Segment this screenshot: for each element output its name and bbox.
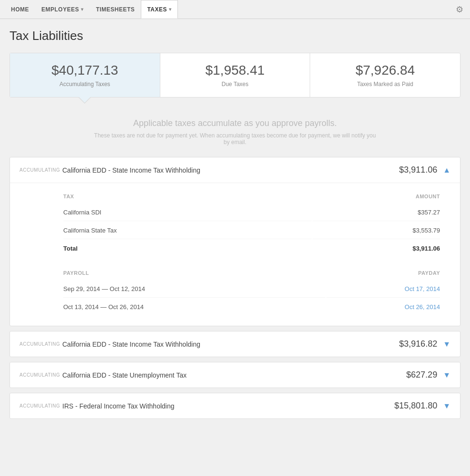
due-label: Due Taxes	[172, 81, 299, 87]
accumulating-label: Accumulating Taxes	[21, 81, 148, 87]
info-description: These taxes are not due for payment yet.…	[92, 132, 378, 146]
tax-status-2: ACCUMULATING	[20, 372, 62, 378]
nav-home[interactable]: HOME	[5, 0, 35, 19]
tax-section-0: ACCUMULATING California EDD - State Inco…	[10, 157, 460, 326]
payroll-row-0: Sep 29, 2014 — Oct 12, 2014 Oct 17, 2014	[63, 281, 440, 298]
tax-amount-1: $3,916.82	[399, 339, 437, 349]
tax-header-1[interactable]: ACCUMULATING California EDD - State Inco…	[10, 331, 460, 357]
nav-items: HOME EMPLOYEES ▾ TIMESHEETS TAXES ▾	[5, 0, 178, 19]
tax-amount-3: $15,801.80	[394, 401, 437, 411]
detail-amount-sdi: $357.27	[313, 204, 440, 221]
settings-button[interactable]: ⚙	[454, 2, 465, 17]
nav-taxes[interactable]: TAXES ▾	[141, 0, 177, 19]
chevron-down-icon-2[interactable]: ▼	[443, 371, 450, 379]
payroll-dates-1: Oct 13, 2014 — Oct 26, 2014	[63, 299, 325, 315]
payroll-table-0: PAYROLL PAYDAY Sep 29, 2014 — Oct 12, 20…	[62, 269, 441, 316]
chevron-up-icon-0[interactable]: ▲	[443, 166, 450, 175]
tax-amount-0: $3,911.06	[399, 165, 437, 175]
info-title: Applicable taxes accumulate as you appro…	[19, 118, 451, 128]
paid-amount: $7,926.84	[322, 63, 449, 78]
accumulating-amount: $40,177.13	[21, 63, 148, 78]
payday-link-0[interactable]: Oct 17, 2014	[326, 281, 440, 298]
chevron-down-icon-3[interactable]: ▼	[443, 402, 450, 410]
col-header-payroll: PAYROLL	[63, 270, 325, 280]
detail-table-0: TAX AMOUNT California SDI $357.27 Califo…	[62, 193, 441, 258]
payroll-row-1: Oct 13, 2014 — Oct 26, 2014 Oct 26, 2014	[63, 299, 440, 315]
tax-name-2: California EDD - State Unemployment Tax	[62, 371, 406, 379]
detail-row-sdi: California SDI $357.27	[63, 204, 440, 221]
detail-amount-state: $3,553.79	[313, 222, 440, 239]
top-nav: HOME EMPLOYEES ▾ TIMESHEETS TAXES ▾ ⚙	[0, 0, 470, 19]
col-header-tax: TAX	[63, 194, 312, 203]
tax-section-1: ACCUMULATING California EDD - State Inco…	[10, 331, 460, 357]
chevron-down-icon-1[interactable]: ▼	[443, 340, 450, 349]
detail-tax-state: California State Tax	[63, 222, 312, 239]
summary-accumulating[interactable]: $40,177.13 Accumulating Taxes	[10, 53, 160, 97]
tax-status-3: ACCUMULATING	[20, 403, 62, 408]
taxes-arrow-icon: ▾	[169, 7, 172, 12]
detail-row-state-tax: California State Tax $3,553.79	[63, 222, 440, 239]
paid-label: Taxes Marked as Paid	[322, 81, 449, 87]
tax-header-2[interactable]: ACCUMULATING California EDD - State Unem…	[10, 362, 460, 388]
tax-expanded-0: TAX AMOUNT California SDI $357.27 Califo…	[10, 183, 460, 326]
nav-employees-label: EMPLOYEES	[41, 6, 79, 13]
summary-card: $40,177.13 Accumulating Taxes $1,958.41 …	[10, 53, 460, 97]
info-box: Applicable taxes accumulate as you appro…	[10, 107, 460, 157]
detail-tax-total: Total	[63, 240, 312, 257]
payroll-dates-0: Sep 29, 2014 — Oct 12, 2014	[63, 281, 325, 298]
tax-header-0[interactable]: ACCUMULATING California EDD - State Inco…	[10, 157, 460, 183]
detail-amount-total: $3,911.06	[313, 240, 440, 257]
due-amount: $1,958.41	[172, 63, 299, 78]
summary-due[interactable]: $1,958.41 Due Taxes	[160, 53, 311, 97]
page-title: Tax Liabilities	[10, 29, 460, 43]
nav-timesheets-label: TIMESHEETS	[96, 6, 135, 13]
col-header-amount: AMOUNT	[313, 194, 440, 203]
summary-paid[interactable]: $7,926.84 Taxes Marked as Paid	[310, 53, 460, 97]
nav-employees[interactable]: EMPLOYEES ▾	[35, 0, 90, 19]
nav-timesheets[interactable]: TIMESHEETS	[90, 0, 141, 19]
tax-name-1: California EDD - State Income Tax Withho…	[62, 340, 399, 348]
nav-taxes-label: TAXES	[147, 6, 167, 13]
page: Tax Liabilities $40,177.13 Accumulating …	[0, 19, 470, 476]
tax-status-1: ACCUMULATING	[20, 341, 62, 347]
tax-name-3: IRS - Federal Income Tax Withholding	[62, 402, 394, 410]
tax-section-2: ACCUMULATING California EDD - State Unem…	[10, 362, 460, 388]
payday-link-1[interactable]: Oct 26, 2014	[326, 299, 440, 315]
detail-row-total: Total $3,911.06	[63, 240, 440, 257]
tax-name-0: California EDD - State Income Tax Withho…	[62, 166, 399, 174]
col-header-payday: PAYDAY	[326, 270, 440, 280]
tax-status-0: ACCUMULATING	[20, 167, 62, 173]
tax-section-3: ACCUMULATING IRS - Federal Income Tax Wi…	[10, 393, 460, 419]
nav-home-label: HOME	[11, 6, 29, 13]
tax-header-3[interactable]: ACCUMULATING IRS - Federal Income Tax Wi…	[10, 393, 460, 418]
employees-arrow-icon: ▾	[81, 7, 84, 12]
tax-amount-2: $627.29	[406, 370, 437, 380]
gear-icon: ⚙	[456, 5, 463, 14]
detail-tax-sdi: California SDI	[63, 204, 312, 221]
